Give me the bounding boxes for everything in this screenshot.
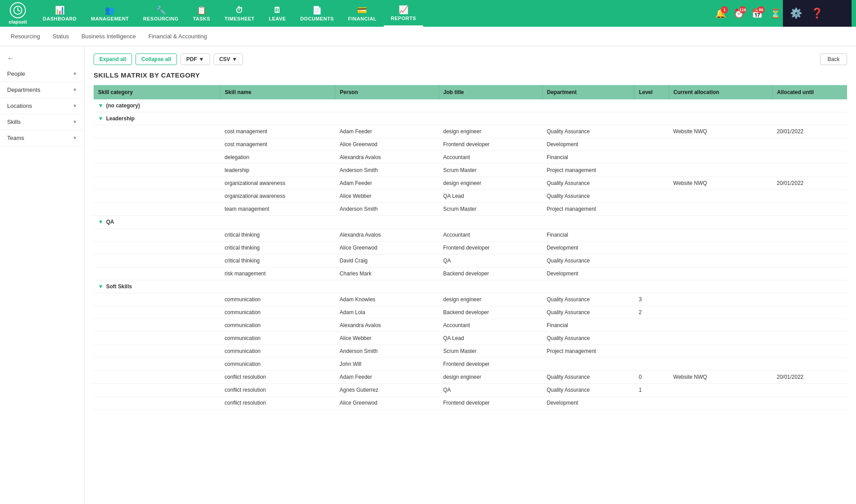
col-header-job-title: Job title [439, 85, 542, 99]
table-row: risk managementCharles MarkBackend devel… [94, 267, 847, 280]
dashboard-icon: 📊 [55, 5, 65, 15]
table-row: delegationAlexandra AvalosAccountantFina… [94, 151, 847, 164]
settings-button[interactable]: ⚙️ [786, 6, 806, 21]
sidebar-back-button[interactable]: ← [0, 51, 84, 66]
sidebar-filter-skills-label: Skills [7, 119, 21, 125]
sidebar-filter-teams[interactable]: Teams ▼ [0, 130, 84, 146]
table-row: conflict resolutionAlice GreenwodFronten… [94, 397, 847, 410]
collapse-all-button[interactable]: Collapse all [136, 53, 177, 65]
sidebar-filter-skills[interactable]: Skills ▼ [0, 114, 84, 130]
management-icon: 👥 [105, 5, 115, 15]
dark-nav-section: ⚙️ ❓ [783, 0, 852, 27]
table-row: conflict resolutionAdam Feederdesign eng… [94, 371, 847, 384]
sub-nav-resourcing[interactable]: Resourcing [9, 27, 42, 46]
hourglass-button[interactable]: ⏳ [768, 6, 783, 20]
category-row: ▼Leadership [94, 112, 847, 125]
csv-button[interactable]: CSV ▼ [214, 53, 243, 65]
sidebar-filter-departments[interactable]: Departments ▼ [0, 82, 84, 98]
col-header-person: Person [335, 85, 439, 99]
top-navigation: elapseit 📊 DASHBOARD 👥 MANAGEMENT 🔧 RESO… [0, 0, 856, 27]
chevron-down-icon: ▼ [73, 71, 77, 76]
table-row: communicationAnderson SmithScrum MasterP… [94, 345, 847, 358]
table-row: communicationAdam LolaBackend developerQ… [94, 306, 847, 319]
nav-leave[interactable]: 🗓 LEAVE [262, 0, 293, 27]
main-layout: ← People ▼ Departments ▼ Locations ▼ Ski… [0, 46, 856, 504]
timer-button[interactable]: ⏰116 [732, 6, 746, 20]
sidebar-filter-locations[interactable]: Locations ▼ [0, 98, 84, 114]
sub-nav-status[interactable]: Status [51, 27, 71, 46]
table-row: communicationAlexandra AvalosAccountantF… [94, 319, 847, 332]
sub-nav-financial[interactable]: Financial & Accounting [147, 27, 209, 46]
col-header-skill-category: Skill category [94, 85, 220, 99]
nav-timesheet[interactable]: ⏱ TIMESHEET [218, 0, 262, 27]
table-row: communicationJohn WillFrontend developer [94, 358, 847, 371]
nav-documents[interactable]: 📄 DOCUMENTS [293, 0, 341, 27]
toolbar: Expand all Collapse all PDF ▼ CSV ▼ Back [94, 53, 847, 65]
sidebar-filter-locations-label: Locations [7, 102, 32, 109]
nav-tasks[interactable]: 📋 TASKS [186, 0, 218, 27]
main-content: Expand all Collapse all PDF ▼ CSV ▼ Back… [85, 46, 856, 504]
leave-icon: 🗓 [273, 6, 282, 15]
table-header-row: Skill category Skill name Person Job tit… [94, 85, 847, 99]
col-header-current-allocation: Current allocation [669, 85, 772, 99]
table-row: organizational awarenessAlice WebberQA L… [94, 190, 847, 203]
calendar-button[interactable]: 📅86 [750, 6, 765, 20]
reports-icon: 📈 [399, 5, 409, 15]
sidebar-filter-teams-label: Teams [7, 135, 24, 141]
chevron-down-icon: ▼ [199, 56, 204, 62]
skills-table: Skill category Skill name Person Job tit… [94, 85, 847, 410]
table-row: conflict resolutionAgnes GutierrezQAQual… [94, 384, 847, 397]
sub-nav-bi[interactable]: Business Intelligence [80, 27, 138, 46]
table-row: cost managementAlice GreenwodFrontend de… [94, 138, 847, 151]
financial-icon: 💳 [357, 5, 367, 15]
expand-all-button[interactable]: Expand all [94, 53, 132, 65]
app-logo[interactable]: elapseit [4, 2, 31, 25]
chevron-down-icon: ▼ [73, 135, 77, 140]
nav-items: 📊 DASHBOARD 👥 MANAGEMENT 🔧 RESOURCING 📋 … [36, 0, 713, 27]
documents-icon: 📄 [312, 5, 322, 15]
avatar [832, 6, 844, 18]
nav-resourcing[interactable]: 🔧 RESOURCING [136, 0, 186, 27]
table-row: critical thinkingAlice GreenwodFrontend … [94, 242, 847, 254]
sidebar-filter-people-label: People [7, 70, 25, 77]
calendar-badge: 86 [757, 6, 765, 13]
table-row: organizational awarenessAdam Feederdesig… [94, 177, 847, 190]
nav-reports[interactable]: 📈 REPORTS [384, 0, 424, 27]
category-expand-icon[interactable]: ▼ [98, 219, 103, 225]
col-header-level: Level [634, 85, 669, 99]
category-expand-icon[interactable]: ▼ [98, 283, 103, 290]
nav-financial[interactable]: 💳 FINANCIAL [341, 0, 384, 27]
nav-right: 🔔1 ⏰116 📅86 ⏳ [713, 6, 783, 20]
table-row: team managementAnderson SmithScrum Maste… [94, 203, 847, 216]
page-title: SKILLS MATRIX BY CATEGORY [94, 71, 847, 79]
tasks-icon: 📋 [197, 5, 207, 15]
profile-button[interactable] [828, 4, 848, 23]
category-row: ▼Soft Skills [94, 280, 847, 293]
col-header-department: Department [542, 85, 634, 99]
table-row: communicationAlice WebberQA LeadQuality … [94, 332, 847, 345]
resourcing-icon: 🔧 [156, 5, 166, 15]
table-row: cost managementAdam Feederdesign enginee… [94, 125, 847, 138]
pdf-button[interactable]: PDF ▼ [181, 53, 210, 65]
toolbar-left: Expand all Collapse all PDF ▼ CSV ▼ [94, 53, 243, 65]
notifications-badge: 1 [721, 6, 728, 13]
help-button[interactable]: ❓ [807, 6, 827, 21]
col-header-allocated-until: Allocated until [772, 85, 847, 99]
category-expand-icon[interactable]: ▼ [98, 115, 103, 122]
chevron-down-icon: ▼ [232, 56, 237, 62]
back-button[interactable]: Back [820, 53, 847, 65]
chevron-down-icon: ▼ [73, 119, 77, 124]
sub-navigation: Resourcing Status Business Intelligence … [0, 27, 856, 46]
category-row: ▼(no category) [94, 99, 847, 112]
chevron-down-icon: ▼ [73, 103, 77, 108]
nav-management[interactable]: 👥 MANAGEMENT [84, 0, 136, 27]
notifications-button[interactable]: 🔔1 [713, 6, 728, 20]
table-row: critical thinkingDavid CraigQAQuality As… [94, 254, 847, 267]
sidebar-filter-departments-label: Departments [7, 86, 40, 93]
chevron-down-icon: ▼ [73, 87, 77, 92]
category-row: ▼QA [94, 216, 847, 229]
sidebar-filter-people[interactable]: People ▼ [0, 66, 84, 82]
nav-dashboard[interactable]: 📊 DASHBOARD [36, 0, 84, 27]
category-expand-icon[interactable]: ▼ [98, 102, 103, 109]
table-row: communicationAdam Knowlesdesign engineer… [94, 293, 847, 306]
